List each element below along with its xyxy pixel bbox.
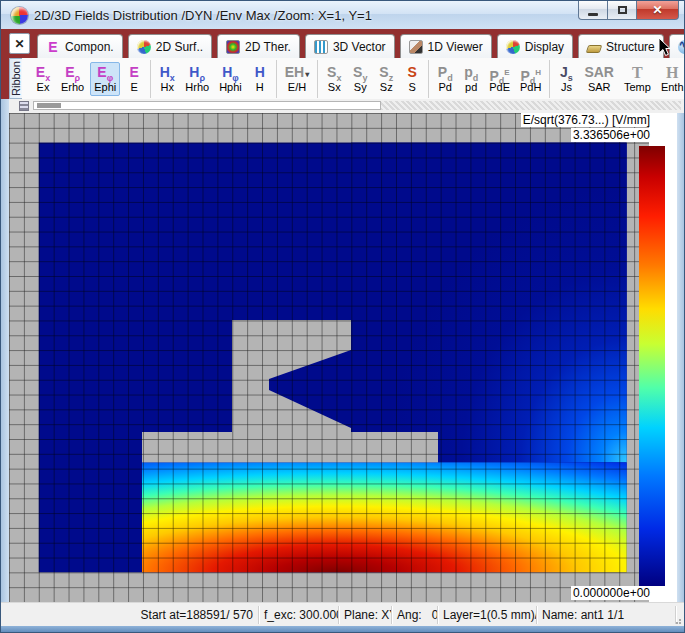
ribbon-scroll-thumb[interactable] [37,103,61,108]
maximize-button[interactable] [608,1,637,20]
tab-e-components[interactable]: ECompon. [37,34,123,58]
btn-pde[interactable]: PdEPdE [485,62,514,96]
btn-hrho[interactable]: HρHrho [181,62,213,96]
window: 2D/3D Fields Distribution /DYN /Env Max … [0,0,685,633]
titlebar[interactable]: 2D/3D Fields Distribution /DYN /Env Max … [1,1,685,29]
status-bar: Start at=188591/ 570f_exc: 300.000Plane:… [1,602,685,626]
tab-1d-viewer[interactable]: 1D Viewer [400,34,492,58]
ribbon-close-button[interactable]: ✕ [9,33,30,54]
btn-temp[interactable]: TTemp [620,62,655,96]
btn-js[interactable]: JsJs [554,62,578,96]
status-layer: Layer=1(0.5 mm)/1 [438,606,537,624]
btn-pde-icon: PdE [490,64,510,81]
tab-2d-surface[interactable]: 2D Surf.. [128,34,212,58]
close-button[interactable]: ✕ [637,1,679,20]
ribbon-hatch-filler [381,101,681,110]
tab-e-components-icon: E [46,40,60,54]
toolbar-group: PdPdpdpdPdEPdEPdHPdH [429,60,550,98]
btn-pd2-icon: pd [464,64,478,81]
btn-h[interactable]: HH [248,62,272,96]
btn-pd-icon: Pd [438,64,453,81]
tab-2d-thermal[interactable]: 2D Ther. [217,34,300,58]
btn-sx-icon: Sx [327,64,341,81]
field-heatmap[interactable] [9,113,649,602]
btn-erho[interactable]: EρErho [57,62,88,96]
btn-sar[interactable]: SARSAR [580,62,618,96]
btn-e[interactable]: EE [122,62,146,96]
colorbar-max-value: 3.336506e+00 [571,128,652,142]
btn-h-icon: H [255,64,265,81]
toolbar-button-label: Enth [661,81,684,94]
btn-sx[interactable]: SxSx [322,62,346,96]
app-icon [11,7,28,24]
btn-sz[interactable]: SzSz [374,62,398,96]
maximize-icon [618,6,627,14]
btn-pdh[interactable]: PdHPdH [516,62,545,96]
ribbon-side-tab[interactable]: Ribbon [9,58,22,99]
toolbar-button-label: Ex [37,81,50,94]
btn-ex[interactable]: ExEx [31,62,55,96]
btn-ephi[interactable]: EφEphi [90,62,120,96]
btn-eh-icon: EH▾ [285,64,309,81]
tab-structure[interactable]: Structure [578,34,664,58]
minimize-icon [588,13,598,16]
toolbar-button-label: E [131,81,138,94]
btn-pd[interactable]: PdPd [433,62,457,96]
toolbar-button-label: Sx [328,81,341,94]
tab-label: 2D Ther. [245,40,291,54]
toolbar-group: JsJsSARSARTTempHEnth [550,60,685,98]
window-border-left [1,99,9,602]
toolbar-button-label: S [409,81,416,94]
toolbar-button-label: Hrho [185,81,209,94]
btn-temp-icon: T [632,64,643,81]
tab-label: Compon. [65,40,114,54]
btn-s[interactable]: SS [400,62,424,96]
toolbar-group: ExExEρErhoEφEphiEE [27,60,151,98]
colorbar-min-value: 0.000000e+00 [571,586,652,600]
status-start-at: Start at=188591/ 570 [1,606,259,624]
tab-1d-viewer-icon [409,40,423,54]
btn-ephi-icon: Eφ [97,64,113,81]
window-title: 2D/3D Fields Distribution /DYN /Env Max … [34,8,372,23]
status-ang: Ang: 0 [392,606,438,624]
toolbar-button-label: Pd [438,81,451,94]
btn-sy[interactable]: SySy [348,62,372,96]
ribbon-scroll-icon[interactable] [19,101,29,111]
btn-hrho-icon: Hρ [189,64,205,81]
status-f-exc: f_exc: 300.000 [259,606,339,624]
tab-3d-vector[interactable]: 3D Vector [305,34,395,58]
window-border-right [677,113,684,602]
btn-hx[interactable]: HxHx [155,62,179,96]
btn-hphi[interactable]: HφHphi [215,62,246,96]
tab-display[interactable]: Display [497,34,573,58]
toolbar-button-label: SAR [588,81,611,94]
toolbar-button-label: Sz [380,81,393,94]
btn-eh[interactable]: EH▾E/H [281,62,313,96]
plot-canvas: E/sqrt(376.73...) [V/mm] 3.336506e+00 0.… [9,113,679,602]
ribbon-scrollbar[interactable] [33,101,381,110]
toolbar-button-label: H [256,81,264,94]
status-plane: Plane: XY [339,606,392,624]
tab-3d-vector-icon [314,40,328,54]
btn-enth[interactable]: HEnth [657,62,685,96]
tab-2d-thermal-icon [226,40,240,54]
btn-sy-icon: Sy [353,64,367,81]
toolbar-button-label: Erho [61,81,84,94]
btn-sar-icon: SAR [584,64,614,81]
colorbar [639,146,665,586]
btn-pd2[interactable]: pdpd [459,62,483,96]
btn-erho-icon: Eρ [65,64,80,81]
btn-e-icon: E [130,64,139,81]
toolbar-button-label: Ephi [94,81,116,94]
toolbar-button-label: PdE [489,81,510,94]
mesh-grid [9,113,649,602]
btn-sz-icon: Sz [379,64,393,81]
tab-display-icon [506,40,520,54]
tab-envelope-icon [678,40,685,54]
minimize-button[interactable] [578,1,608,20]
tab-label: Structure [606,40,655,54]
ribbon-toolbar: Ribbon ExExEρErhoEφEphiEEHxHxHρHrhoHφHph… [1,58,685,99]
status-name: Name: ant1 1/1 [537,606,676,624]
btn-hx-icon: Hx [160,64,175,81]
btn-enth-icon: H [666,64,678,81]
